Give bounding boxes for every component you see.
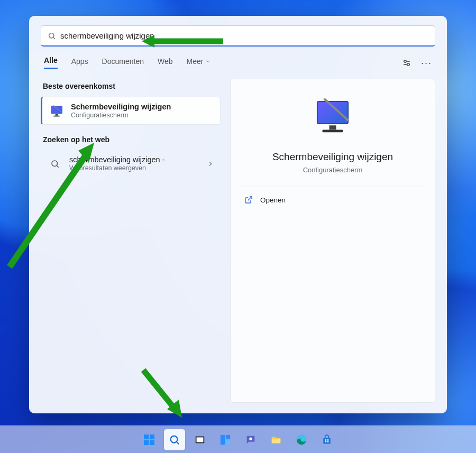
preview-app-icon	[312, 96, 353, 140]
filter-tabs: Alle Apps Documenten Web Meer ···	[41, 56, 435, 69]
search-box[interactable]	[41, 25, 435, 47]
tab-web[interactable]: Web	[158, 57, 173, 69]
open-action-label: Openen	[260, 196, 286, 204]
svg-rect-25	[150, 434, 154, 439]
svg-rect-36	[272, 439, 281, 443]
tab-more[interactable]: Meer	[187, 57, 211, 69]
more-options-button[interactable]: ···	[421, 58, 432, 68]
svg-rect-7	[53, 115, 60, 116]
file-explorer-button[interactable]	[266, 429, 287, 450]
svg-point-9	[52, 161, 58, 167]
best-match-result[interactable]: Schermbeveiliging wijzigen Configuraties…	[41, 97, 221, 125]
taskbar-search-button[interactable]	[164, 429, 185, 450]
svg-point-0	[49, 33, 54, 38]
svg-point-28	[171, 436, 178, 442]
store-button[interactable]	[316, 429, 337, 450]
results-column: Beste overeenkomst Schermbeveiliging wij…	[41, 79, 221, 403]
start-search-panel: Alle Apps Documenten Web Meer ··· Beste …	[29, 16, 447, 413]
open-action[interactable]: Openen	[241, 190, 424, 209]
svg-rect-27	[150, 440, 154, 445]
svg-rect-4	[51, 106, 62, 113]
tab-all[interactable]: Alle	[44, 56, 58, 69]
best-match-label: Beste overeenkomst	[43, 82, 218, 90]
task-view-button[interactable]	[189, 429, 210, 450]
preview-subtitle: Configuratiescherm	[241, 166, 424, 174]
web-result-subtitle: Webresultaten weergeven	[69, 164, 207, 172]
preview-title: Schermbeveiliging wijzigen	[241, 151, 424, 163]
web-section-label: Zoeken op het web	[43, 135, 218, 144]
web-result[interactable]: schermbeveiliging wijzigen - Webresultat…	[41, 150, 221, 177]
svg-rect-33	[226, 434, 230, 439]
search-settings-icon[interactable]	[402, 58, 411, 68]
svg-rect-42	[327, 441, 329, 442]
svg-rect-24	[144, 434, 149, 439]
search-icon	[47, 156, 63, 172]
divider	[241, 187, 424, 187]
svg-line-29	[177, 442, 179, 444]
svg-rect-40	[327, 439, 329, 441]
svg-rect-14	[323, 130, 343, 132]
screensaver-icon	[49, 103, 65, 119]
svg-point-35	[249, 437, 252, 440]
tab-apps[interactable]: Apps	[71, 57, 88, 69]
svg-point-2	[404, 60, 407, 62]
search-icon	[48, 32, 56, 40]
preview-pane: Schermbeveiliging wijzigen Configuraties…	[230, 79, 435, 403]
svg-line-1	[53, 38, 55, 39]
svg-rect-6	[56, 114, 58, 115]
widgets-button[interactable]	[215, 429, 236, 450]
edge-button[interactable]	[291, 429, 312, 450]
tab-documents[interactable]: Documenten	[102, 57, 144, 69]
search-input[interactable]	[56, 31, 428, 40]
svg-rect-26	[144, 440, 149, 445]
chevron-right-icon	[207, 160, 214, 168]
svg-rect-13	[329, 125, 336, 130]
svg-rect-34	[226, 440, 230, 444]
start-button[interactable]	[139, 429, 160, 450]
svg-point-3	[407, 63, 410, 66]
svg-rect-32	[221, 434, 225, 444]
svg-rect-41	[325, 441, 327, 442]
open-external-icon	[244, 196, 253, 204]
chat-button[interactable]	[240, 429, 261, 450]
svg-rect-38	[323, 438, 330, 443]
svg-line-10	[57, 165, 58, 167]
best-match-title: Schermbeveiliging wijzigen	[71, 103, 214, 111]
taskbar	[0, 426, 476, 453]
svg-rect-11	[317, 101, 349, 124]
chevron-down-icon	[205, 59, 210, 64]
web-result-title: schermbeveiliging wijzigen -	[69, 155, 207, 164]
svg-line-17	[248, 197, 252, 200]
svg-rect-39	[325, 439, 327, 441]
best-match-subtitle: Configuratiescherm	[71, 112, 214, 119]
svg-rect-31	[197, 437, 204, 442]
